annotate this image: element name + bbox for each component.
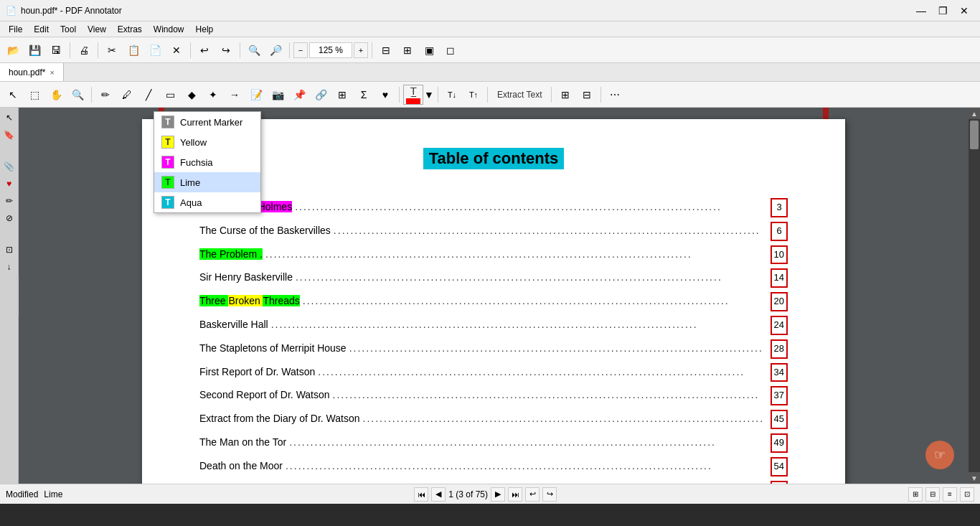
grid1-btn[interactable]: ⊞: [555, 85, 575, 105]
nav-prev[interactable]: ◀: [431, 487, 446, 502]
save-button[interactable]: 💾: [24, 40, 44, 60]
menu-help[interactable]: Help: [190, 23, 220, 36]
print-button[interactable]: 🖨: [74, 40, 94, 60]
hand-cursor-btn[interactable]: ☞: [925, 441, 954, 469]
arrow-tool[interactable]: →: [225, 85, 245, 105]
scroll-thumb[interactable]: [970, 121, 979, 149]
line-tool[interactable]: ╱: [138, 85, 159, 105]
link-tool[interactable]: 🔗: [311, 85, 331, 105]
close-button[interactable]: ✕: [954, 3, 974, 19]
sidebar-pen[interactable]: ✏: [2, 194, 17, 208]
scroll-track: [969, 119, 980, 472]
zoom-tool[interactable]: 🔍: [67, 85, 88, 105]
nav-first[interactable]: ⏮: [414, 487, 428, 502]
sep-a4: [487, 87, 488, 103]
sidebar-bookmark[interactable]: 🔖: [2, 128, 17, 142]
toc-entry-title: Extract from the Diary of Dr. Watson: [199, 410, 360, 426]
sidebar-cursor[interactable]: ↖: [2, 111, 17, 125]
page-box: 34: [771, 363, 788, 382]
tab-houn[interactable]: houn.pdf* ×: [0, 63, 64, 81]
dropdown-item-aqua[interactable]: T Aqua: [154, 192, 260, 212]
toc-dots: ........................................…: [303, 293, 763, 309]
toc-dots: ........................................…: [289, 434, 763, 451]
toc-page: 45: [766, 410, 788, 429]
dropdown-item-yellow[interactable]: T Yellow: [154, 132, 260, 152]
sidebar-heart[interactable]: ♥: [2, 177, 17, 191]
shape-tool[interactable]: ◆: [182, 85, 202, 105]
grid2-btn[interactable]: ⊟: [577, 85, 597, 105]
view-btn-3[interactable]: ≡: [943, 487, 957, 502]
zoom-input[interactable]: 125 %: [309, 42, 352, 58]
color-dropdown: T Current Marker T Yellow T Fuchsia T Li…: [154, 111, 261, 213]
nav-last[interactable]: ⏭: [508, 487, 522, 502]
toc-page: 24: [766, 316, 788, 335]
sidebar-stamp[interactable]: ⊡: [2, 243, 17, 257]
nav-back[interactable]: ↩: [525, 487, 540, 502]
table-row: Mr. Sherlock Holmes ....................…: [199, 198, 788, 217]
save-alt-button[interactable]: 🖫: [46, 40, 66, 60]
sidebar-note[interactable]: 📎: [2, 159, 17, 174]
view4-button[interactable]: ◻: [440, 40, 461, 60]
sidebar-eraser[interactable]: ⊘: [2, 211, 17, 225]
select2-tool[interactable]: ⬚: [24, 85, 44, 105]
zoom-minus-button[interactable]: −: [293, 42, 308, 58]
scroll-up[interactable]: ▲: [969, 108, 980, 119]
minimize-button[interactable]: —: [911, 3, 931, 19]
copy-button[interactable]: 📋: [123, 40, 143, 60]
rect-tool[interactable]: ▭: [160, 85, 180, 105]
nav-forward[interactable]: ↪: [542, 487, 557, 502]
menu-file[interactable]: File: [3, 23, 28, 36]
text-size-btn[interactable]: T↓: [442, 85, 462, 105]
text-size-btn2[interactable]: T↑: [463, 85, 484, 105]
menu-edit[interactable]: Edit: [28, 23, 55, 36]
open-button[interactable]: 📂: [3, 40, 23, 60]
color-btn[interactable]: T̲: [403, 85, 423, 105]
note-tool[interactable]: 📝: [246, 85, 266, 105]
nav-next[interactable]: ▶: [491, 487, 505, 502]
pin-tool[interactable]: 📌: [289, 85, 309, 105]
heart-tool[interactable]: ♥: [375, 85, 395, 105]
scroll-down[interactable]: ▼: [969, 472, 980, 484]
search-button[interactable]: 🔍: [244, 40, 264, 60]
view1-button[interactable]: ⊟: [376, 40, 396, 60]
tabbar: houn.pdf* ×: [0, 63, 980, 82]
page-box: 20: [771, 292, 788, 311]
view3-button[interactable]: ▣: [419, 40, 439, 60]
menu-tool[interactable]: Tool: [55, 23, 82, 36]
menu-view[interactable]: View: [82, 23, 112, 36]
view-btn-4[interactable]: ⊡: [960, 487, 974, 502]
maximize-button[interactable]: ❐: [933, 3, 953, 19]
page-box: 28: [771, 339, 788, 359]
color-dropdown-btn[interactable]: ▼: [424, 85, 434, 105]
dropdown-item-lime[interactable]: T Lime: [154, 172, 260, 192]
search2-button[interactable]: 🔎: [265, 40, 286, 60]
menu-window[interactable]: Window: [148, 23, 190, 36]
table-row: Three Broken Threads ...................…: [199, 292, 788, 311]
redo-button[interactable]: ↪: [216, 40, 236, 60]
dropdown-item-current-marker[interactable]: T Current Marker: [154, 112, 260, 132]
scroll-tool[interactable]: ✋: [46, 85, 66, 105]
sep1: [70, 42, 70, 58]
cut-button[interactable]: ✂: [102, 40, 122, 60]
view-btn-2[interactable]: ⊟: [925, 487, 940, 502]
view-btn-1[interactable]: ⊞: [908, 487, 923, 502]
camera-tool[interactable]: 📷: [268, 85, 288, 105]
toc-entry-title: Second Report of Dr. Watson: [199, 387, 330, 403]
pen-tool[interactable]: ✏: [95, 85, 116, 105]
paste-button[interactable]: 📄: [145, 40, 165, 60]
tab-close[interactable]: ×: [50, 68, 54, 77]
view2-button[interactable]: ⊞: [397, 40, 418, 60]
more-btn[interactable]: ⋯: [605, 85, 625, 105]
delete-button[interactable]: ✕: [166, 40, 187, 60]
undo-button[interactable]: ↩: [194, 40, 215, 60]
sidebar-arrow[interactable]: ↓: [2, 260, 17, 274]
toc-entry-title: The Curse of the Baskervilles: [199, 222, 331, 238]
stamp-tool[interactable]: ✦: [203, 85, 223, 105]
highlight-tool[interactable]: 🖊: [117, 85, 137, 105]
menu-extras[interactable]: Extras: [112, 23, 148, 36]
zoom-plus-button[interactable]: +: [354, 42, 368, 58]
select-tool[interactable]: ↖: [3, 85, 23, 105]
sigma-tool[interactable]: Σ: [354, 85, 374, 105]
dropdown-item-fuchsia[interactable]: T Fuchsia: [154, 152, 260, 172]
textbox-tool[interactable]: ⊞: [332, 85, 352, 105]
